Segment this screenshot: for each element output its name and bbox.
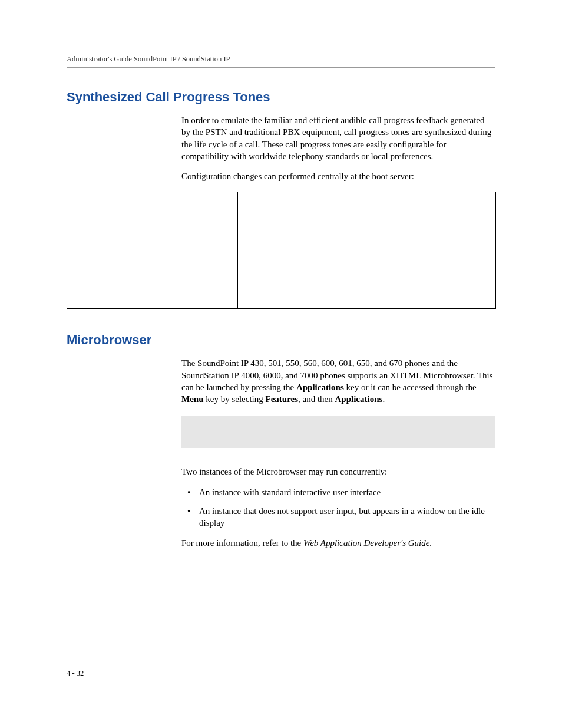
text-span: key by selecting — [204, 394, 266, 404]
section-heading-microbrowser: Microbrowser — [67, 332, 495, 348]
config-table — [67, 192, 496, 309]
running-head: Administrator's Guide SoundPoint IP / So… — [67, 55, 495, 64]
list-item: An instance with standard interactive us… — [181, 486, 495, 498]
bold-text: Applications — [335, 394, 383, 404]
bold-text: Features — [265, 394, 298, 404]
body-paragraph: For more information, refer to the Web A… — [181, 537, 495, 549]
list-item: An instance that does not support user i… — [181, 505, 495, 529]
text-span: key or it can be accessed through the — [344, 383, 477, 392]
text-span: , and then — [298, 394, 335, 404]
table-row — [67, 192, 496, 309]
table-cell — [146, 192, 237, 309]
table-cell — [237, 192, 495, 309]
section-heading-synthesized: Synthesized Call Progress Tones — [67, 90, 495, 105]
body-paragraph: Configuration changes can performed cent… — [181, 170, 495, 182]
table-cell — [67, 192, 146, 309]
note-box — [181, 416, 495, 448]
bold-text: Menu — [181, 394, 204, 404]
text-span: . — [382, 394, 385, 404]
bullet-list: An instance with standard interactive us… — [181, 486, 495, 529]
page-number: 4 - 32 — [67, 669, 84, 678]
body-paragraph: Two instances of the Microbrowser may ru… — [181, 466, 495, 477]
body-paragraph: In order to emulate the familiar and eff… — [181, 114, 495, 162]
body-paragraph: The SoundPoint IP 430, 501, 550, 560, 60… — [181, 357, 495, 405]
header-rule — [67, 67, 495, 68]
italic-text: Web Application Developer's Guide. — [303, 538, 432, 548]
bold-text: Applications — [296, 383, 344, 392]
text-span: For more information, refer to the — [181, 538, 303, 548]
